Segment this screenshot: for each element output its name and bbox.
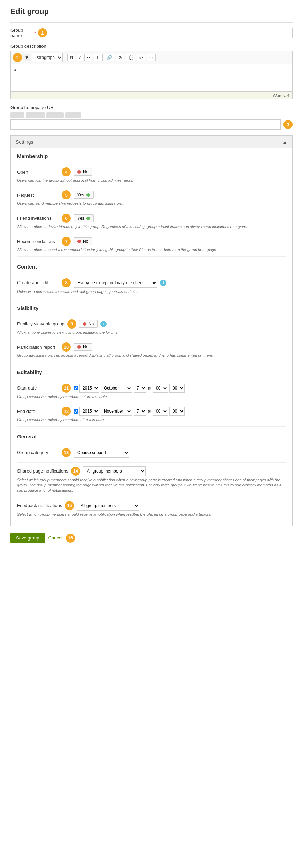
request-dot <box>86 193 90 197</box>
end-month-select[interactable]: November October December <box>101 407 132 416</box>
shared-notifications-desc: Select which group members should receiv… <box>17 477 286 493</box>
step-badge-3: 3 <box>283 120 293 129</box>
start-hour-select[interactable]: 00 <box>153 384 168 393</box>
paragraph-select[interactable]: Paragraph <box>32 53 63 62</box>
request-desc: Users can send membership requests to gr… <box>17 201 286 206</box>
open-value: No <box>83 169 88 174</box>
word-count: Words: 4 <box>273 93 289 98</box>
group-name-input[interactable] <box>51 28 293 38</box>
publicly-viewable-value: No <box>89 322 94 326</box>
redo-button[interactable]: ↪ <box>147 54 156 61</box>
url-input-row: 3 <box>10 119 293 130</box>
visibility-section-title: Visibility <box>17 305 286 311</box>
settings-header[interactable]: Settings ▲ <box>11 136 292 148</box>
step-badge-9: 9 <box>67 319 76 329</box>
editor-content: p <box>14 67 16 72</box>
group-category-row: Group category 13 Course support Academi… <box>17 444 286 463</box>
open-dot <box>77 170 81 174</box>
publicly-viewable-info-icon[interactable]: i <box>100 321 107 327</box>
editor-toolbar: 2 ▼ Paragraph B I •• 1. 🔗 ⊘ 🖼 ↩ ↪ <box>10 51 293 64</box>
step-badge-1: 1 <box>38 28 47 37</box>
homepage-url-input[interactable] <box>10 119 281 130</box>
image-button[interactable]: 🖼 <box>126 54 135 61</box>
friend-inv-toggle[interactable]: Yes <box>74 214 94 222</box>
open-desc: Users can join the group without approva… <box>17 178 286 183</box>
create-edit-desc: Roles with permission to create and edit… <box>17 289 286 294</box>
bullet-list-button[interactable]: •• <box>84 54 92 61</box>
request-toggle[interactable]: Yes <box>74 191 94 199</box>
settings-panel: Settings ▲ Membership Open 4 No Users ca… <box>10 135 293 526</box>
publicly-viewable-toggle[interactable]: No <box>79 320 98 328</box>
publicly-viewable-dot <box>83 322 86 326</box>
remove-link-button[interactable]: ⊘ <box>116 54 124 61</box>
save-group-button[interactable]: Save group <box>10 533 45 543</box>
end-date-desc: Group cannot be edited by members after … <box>17 417 286 422</box>
step-badge-12: 12 <box>62 407 71 416</box>
request-setting-row: Request 5 Yes Users can send membership … <box>17 187 286 210</box>
feedback-notifications-row: Feedback notifications 15 All group memb… <box>17 497 286 521</box>
participation-report-dot <box>77 345 81 349</box>
homepage-url-label: Group homepage URL <box>10 105 56 110</box>
publicly-viewable-desc: Allow anyone online to view this group i… <box>17 330 286 335</box>
start-date-checkbox[interactable] <box>74 386 78 390</box>
create-edit-select[interactable]: Everyone except ordinary members All gro… <box>74 278 157 288</box>
step-badge-11: 11 <box>62 384 71 393</box>
numbered-list-button[interactable]: 1. <box>94 54 103 61</box>
participation-report-desc: Group administrators can access a report… <box>17 353 286 358</box>
start-date-label: Start date <box>17 385 59 391</box>
friend-inv-desc: Allow members to invite friends to join … <box>17 224 286 229</box>
recommendations-toggle[interactable]: No <box>74 237 92 245</box>
content-section-title: Content <box>17 264 286 270</box>
end-day-select[interactable]: 7 <box>134 407 146 416</box>
group-category-select[interactable]: Course support Academic Professional Soc… <box>74 448 129 458</box>
settings-collapse-icon: ▲ <box>282 139 287 145</box>
create-edit-row: Create and edit 8 Everyone except ordina… <box>17 274 286 298</box>
publicly-viewable-label: Publicly viewable group <box>17 321 65 326</box>
step-badge-16: 16 <box>66 534 75 543</box>
end-hour-select[interactable]: 00 <box>153 407 168 416</box>
friend-inv-value: Yes <box>77 216 84 221</box>
step-badge-6: 6 <box>62 214 71 223</box>
editor-body[interactable]: p <box>10 64 293 92</box>
cancel-button[interactable]: Cancel <box>48 535 62 541</box>
start-month-select[interactable]: October November December <box>101 384 132 393</box>
end-at-label: at <box>148 409 151 414</box>
friend-inv-label: Friend invitations <box>17 216 59 221</box>
participation-report-label: Participation report <box>17 345 59 350</box>
undo-button[interactable]: ↩ <box>137 54 145 61</box>
end-year-select[interactable]: 2015 <box>79 407 99 416</box>
settings-header-label: Settings <box>16 139 33 145</box>
end-date-label: End date <box>17 409 59 414</box>
format-select-btn[interactable]: ▼ <box>23 54 30 61</box>
required-star: * <box>34 30 36 36</box>
link-button[interactable]: 🔗 <box>104 54 114 61</box>
end-date-checkbox[interactable] <box>74 409 78 414</box>
step-badge-10: 10 <box>62 342 71 352</box>
request-label: Request <box>17 193 59 198</box>
bold-button[interactable]: B <box>67 54 75 61</box>
group-desc-label: Group description <box>10 44 46 49</box>
feedback-notifications-select[interactable]: All group members group members No one <box>77 501 139 511</box>
start-year-select[interactable]: 2015 <box>79 384 99 393</box>
step-badge-13: 13 <box>62 448 71 457</box>
end-date-controls: 2015 November October December 7 at 00 <box>74 407 185 416</box>
create-edit-info-icon[interactable]: i <box>160 280 166 286</box>
group-name-field: Group name * 1 <box>10 28 293 38</box>
start-day-select[interactable]: 7 <box>134 384 146 393</box>
start-minute-select[interactable]: 00 <box>169 384 185 393</box>
membership-section-title: Membership <box>17 153 286 159</box>
editability-section-title: Editability <box>17 369 286 375</box>
editor-footer: Words: 4 <box>10 92 293 99</box>
italic-button[interactable]: I <box>77 54 83 61</box>
publicly-viewable-row: Publicly viewable group 9 No i Allow any… <box>17 316 286 339</box>
shared-notifications-select[interactable]: All group members group members No one <box>83 466 146 476</box>
open-toggle[interactable]: No <box>74 168 92 176</box>
recommendations-dot <box>77 240 81 243</box>
group-description-field: Group description 2 ▼ Paragraph B I •• 1… <box>10 44 293 99</box>
participation-report-toggle[interactable]: No <box>74 343 92 351</box>
shared-notifications-row: Shared page notifications 14 All group m… <box>17 463 286 497</box>
end-minute-select[interactable]: 00 <box>169 407 185 416</box>
group-category-label: Group category <box>17 450 59 455</box>
shared-notifications-label: Shared page notifications <box>17 468 68 474</box>
feedback-notifications-label: Feedback notifications <box>17 503 62 508</box>
